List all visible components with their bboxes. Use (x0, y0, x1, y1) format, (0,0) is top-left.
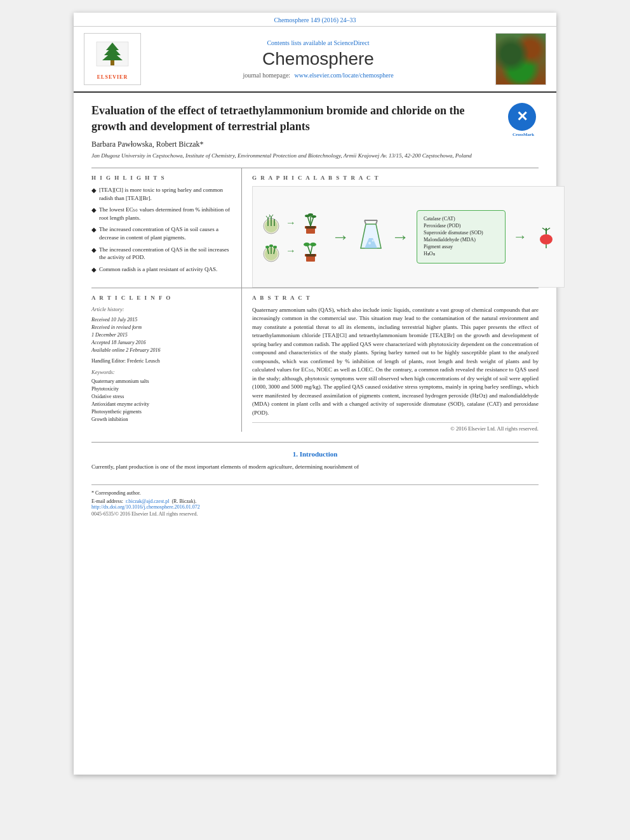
crossmark-icon: ✕ (516, 110, 528, 124)
intro-heading: 1. Introduction (91, 450, 539, 458)
science-direct-link-text[interactable]: ScienceDirect (333, 39, 369, 46)
keyword-item: Quaternary ammonium salts (91, 378, 231, 385)
radish-result-icon (535, 225, 558, 248)
svg-point-28 (265, 246, 269, 248)
article-info-column: A R T I C L E I N F O Article history: R… (91, 288, 231, 432)
journal-ref-text: Chemosphere 149 (2016) 24–33 (274, 17, 356, 23)
ga-result-pigment: Pigment assay (424, 244, 499, 250)
journal-title: Chemosphere (147, 49, 489, 69)
bullet-icon: ◆ (91, 186, 97, 202)
ga-final-arrow-icon: → (513, 229, 527, 245)
graphical-abstract-column: G R A P H I C A L A B S T R A C T (241, 168, 565, 288)
graphical-abstract-image: → (252, 186, 565, 288)
crossmark-circle: ✕ (508, 103, 536, 131)
email-author-name: (R. Biczak). (171, 498, 196, 504)
bullet-icon: ◆ (91, 206, 97, 222)
article-info-heading: A R T I C L E I N F O (91, 295, 231, 301)
keyword-item: Photosynthetic pigments (91, 408, 231, 416)
journal-reference-bar: Chemosphere 149 (2016) 24–33 (74, 13, 556, 27)
intro-text: Currently, plant production is one of th… (91, 463, 539, 472)
handling-editor: Handling Editor: Frederic Leusch (91, 358, 231, 364)
cover-image (496, 34, 546, 84)
svg-line-10 (266, 216, 268, 218)
svg-rect-33 (306, 254, 315, 257)
svg-point-30 (273, 246, 277, 248)
ga-result-pod: Peroxidase (POD) (424, 223, 499, 229)
bullet-icon: ◆ (91, 265, 97, 274)
ga-plant-images: → (259, 211, 323, 263)
keywords-label: Keywords: (91, 369, 231, 375)
list-item: ◆ Common radish is a plant resistant of … (91, 265, 231, 274)
abstract-heading: A B S T R A C T (252, 295, 539, 301)
journal-info-center: Contents lists available at ScienceDirec… (147, 33, 489, 85)
journal-homepage-line: journal homepage: www.elsevier.com/locat… (147, 72, 489, 79)
svg-line-34 (307, 245, 311, 254)
barley-petri-icon (259, 211, 283, 235)
svg-line-11 (268, 216, 270, 218)
article-revised-date: 1 December 2015 (91, 331, 231, 339)
footer-section: * Corresponding author. E-mail address: … (91, 484, 539, 517)
introduction-section: 1. Introduction Currently, plant product… (91, 442, 539, 472)
article-affiliation: Jan Długosz University in Częstochowa, I… (91, 152, 539, 160)
barley-pot-icon (298, 211, 323, 235)
doi-line[interactable]: http://dx.doi.org/10.1016/j.chemosphere.… (91, 504, 539, 510)
article-available: Available online 2 February 2016 (91, 347, 231, 354)
highlight-list: ◆ [TEA][Cl] is more toxic to spring barl… (91, 186, 231, 274)
email-address[interactable]: r.biczak@ajd.czest.pl (126, 498, 169, 504)
graphical-abstract-heading: G R A P H I C A L A B S T R A C T (252, 175, 565, 181)
abstract-column: A B S T R A C T Quaternary ammonium salt… (241, 288, 539, 432)
bullet-icon: ◆ (91, 246, 97, 262)
svg-rect-16 (306, 226, 315, 229)
journal-header: ELSEVIER Contents lists available at Sci… (74, 27, 556, 93)
radish-petri-icon (259, 239, 283, 263)
svg-point-36 (304, 243, 310, 246)
article-revised-label: Received in revised form (91, 324, 231, 331)
corresponding-author-note: * Corresponding author. (91, 490, 539, 496)
ga-result-cat: Catalase (CAT) (424, 216, 499, 222)
bullet-icon: ◆ (91, 225, 97, 241)
ga-content: → (259, 210, 558, 263)
ga-result-sod: Superoxide dismutase (SOD) (424, 230, 499, 236)
journal-cover-thumbnail (495, 33, 546, 85)
arrow-right-icon: → (286, 217, 296, 229)
copyright-line: © 2016 Elsevier Ltd. All rights reserved… (252, 422, 539, 432)
ga-radish-row: → (259, 239, 323, 263)
crossmark-label: CrossMark (508, 132, 539, 138)
academic-paper-page: Chemosphere 149 (2016) 24–33 ELSEVIER Co… (74, 13, 556, 775)
ga-results-box: Catalase (CAT) Peroxidase (POD) Superoxi… (417, 210, 506, 263)
arrow-right-icon-2: → (286, 245, 296, 257)
svg-point-43 (368, 242, 371, 244)
elsevier-tree-icon (93, 39, 131, 72)
abstract-text: Quaternary ammonium salts (QAS), which a… (252, 306, 539, 418)
list-item: ◆ The lowest EC₅₀ values determined from… (91, 206, 231, 222)
article-received: Received 10 July 2015 (91, 316, 231, 324)
email-line: E-mail address: r.biczak@ajd.czest.pl (R… (91, 498, 539, 504)
journal-homepage-url[interactable]: www.elsevier.com/locate/chemosphere (295, 72, 394, 79)
article-authors: Barbara Pawłowska, Robert Biczak* (91, 140, 539, 149)
svg-line-35 (311, 245, 312, 254)
article-accepted: Accepted 18 January 2016 (91, 339, 231, 347)
svg-line-13 (271, 215, 273, 217)
keyword-item: Oxidative stress (91, 393, 231, 401)
list-item: ◆ The increased concentration of QAS in … (91, 246, 231, 262)
svg-point-22 (311, 215, 316, 218)
highlights-column: H I G H L I G H T S ◆ [TEA][Cl] is more … (91, 168, 231, 288)
keyword-item: Antioxidant enzyme activity (91, 401, 231, 408)
highlights-heading: H I G H L I G H T S (91, 175, 231, 181)
article-content: Evaluation of the effect of tetraethylam… (74, 93, 556, 530)
svg-point-37 (310, 243, 316, 246)
issn-line: 0045-6535/© 2016 Elsevier Ltd. All right… (91, 511, 539, 517)
list-item: ◆ The increased concentration of QAS in … (91, 225, 231, 241)
crossmark-badge[interactable]: ✕ CrossMark (508, 103, 539, 133)
svg-point-45 (540, 234, 553, 244)
ga-result-h2o2: H₂O₂ (424, 251, 499, 257)
ga-result-mda: Malondialdehyde (MDA) (424, 237, 499, 243)
ga-arrow-right-icon: → (391, 227, 409, 247)
elsevier-logo-box: ELSEVIER (84, 33, 141, 85)
science-direct-text: Contents lists available at ScienceDirec… (147, 39, 489, 46)
flask-icon (358, 218, 384, 256)
keyword-item: Growth inhibition (91, 416, 231, 423)
keyword-item: Phytotoxicity (91, 385, 231, 393)
list-item: ◆ [TEA][Cl] is more toxic to spring barl… (91, 186, 231, 202)
highlights-graphical-section: H I G H L I G H T S ◆ [TEA][Cl] is more … (91, 168, 539, 288)
